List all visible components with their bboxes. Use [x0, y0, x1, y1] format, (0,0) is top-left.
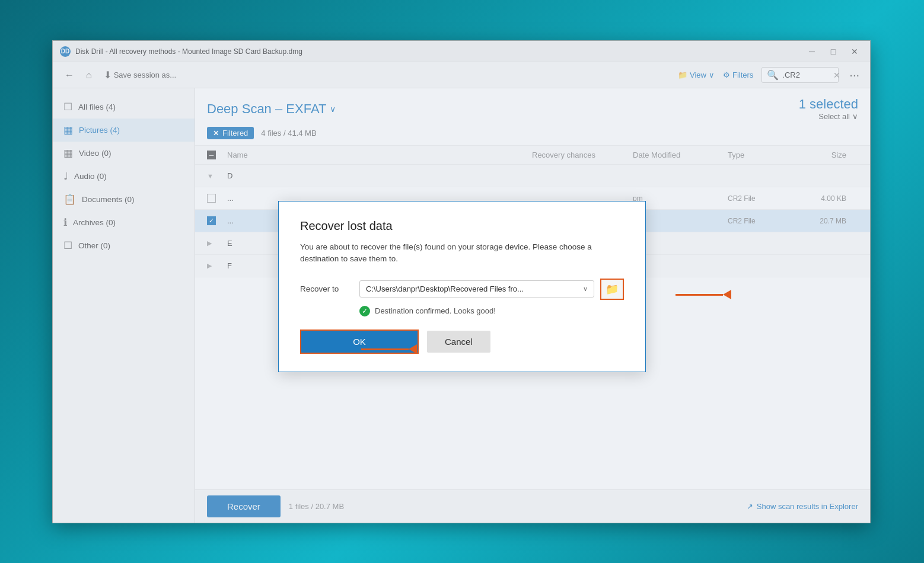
dialog-status: ✓ Destination confirmed. Looks good! [300, 306, 624, 316]
app-window: DD Disk Drill - All recovery methods - M… [52, 40, 871, 523]
recover-dialog: Recover lost data You are about to recov… [278, 201, 646, 372]
folder-browse-icon: 📁 [606, 283, 619, 296]
browse-folder-button[interactable]: 📁 [600, 279, 624, 300]
path-dropdown[interactable]: C:\Users\danpr\Desktop\Recovered Files f… [359, 280, 594, 298]
dialog-buttons: OK Cancel [300, 330, 624, 354]
arrow-line [676, 294, 723, 296]
dialog-title: Recover lost data [300, 219, 624, 233]
dialog-description: You are about to recover the file(s) fou… [300, 241, 624, 265]
dialog-overlay: Recover lost data You are about to recov… [53, 41, 870, 523]
path-dropdown-arrow-icon: ∨ [583, 285, 588, 293]
status-text: Destination confirmed. Looks good! [375, 306, 496, 315]
arrow-to-folder [676, 290, 731, 299]
arrow-to-ok [361, 344, 417, 354]
dialog-cancel-button[interactable]: Cancel [427, 331, 490, 353]
recover-to-row: Recover to C:\Users\danpr\Desktop\Recove… [300, 279, 624, 300]
status-check-icon: ✓ [359, 306, 370, 316]
recover-to-label: Recover to [300, 284, 353, 293]
path-value: C:\Users\danpr\Desktop\Recovered Files f… [366, 284, 581, 293]
arrow-head [723, 290, 731, 299]
